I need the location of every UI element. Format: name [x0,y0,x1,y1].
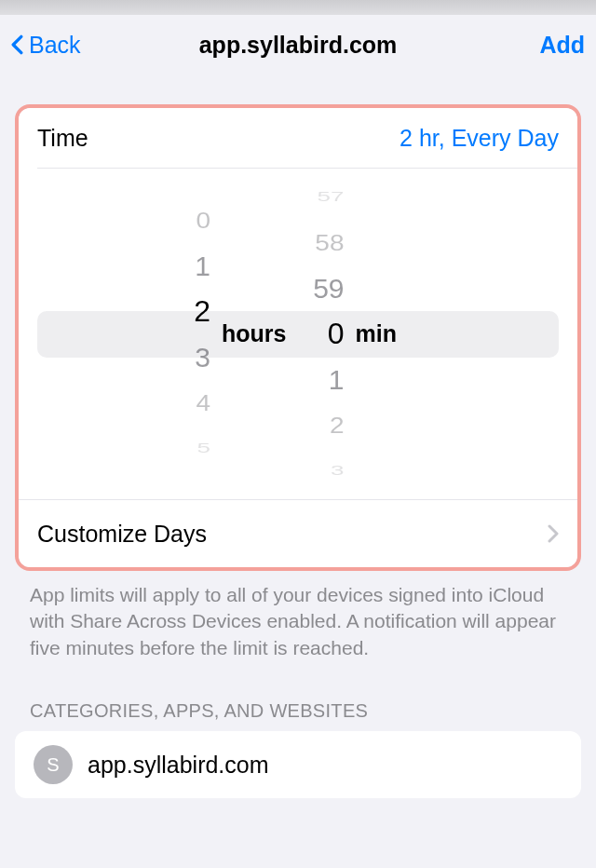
picker-item: 57 [318,184,345,210]
picker-item: 4 [196,383,210,422]
time-limit-card: Time 2 hr, Every Day 0 1 2 3 4 [15,104,581,571]
picker-item: 0 [196,200,210,239]
customize-days-label: Customize Days [37,521,207,548]
picker-item: 2 [330,406,345,445]
picker-item: 3 [195,334,210,380]
picker-item-selected: 0 [328,311,345,357]
app-name: app.syllabird.com [88,752,269,779]
picker-item: 1 [195,243,210,289]
chevron-right-icon [548,524,559,543]
picker-item: 59 [313,265,344,311]
picker-item-selected: 2 [194,289,210,334]
picker-item: 1 [329,357,345,402]
help-text: App limits will apply to all of your dev… [0,571,596,661]
sheet: Back app.syllabird.com Add Time 2 hr, Ev… [0,15,596,868]
app-list: S app.syllabird.com [15,731,581,798]
back-label: Back [29,32,81,59]
add-button[interactable]: Add [539,32,585,59]
nav-title: app.syllabird.com [199,32,398,58]
picker-item: 3 [331,458,344,483]
time-picker[interactable]: 0 1 2 3 4 5 hours 57 [19,169,577,499]
customize-days-row[interactable]: Customize Days [19,500,577,567]
time-row[interactable]: Time 2 hr, Every Day [19,108,577,168]
time-label: Time [37,125,88,152]
section-header: CATEGORIES, APPS, AND WEBSITES [0,661,596,731]
picker-item: 58 [315,224,344,263]
hours-column[interactable]: 0 1 2 3 4 5 hours [162,169,295,499]
chevron-left-icon [11,34,23,55]
minutes-unit: min [356,320,397,347]
back-button[interactable]: Back [11,32,114,59]
nav-bar: Back app.syllabird.com Add [0,15,596,75]
minutes-column[interactable]: 57 58 59 0 1 2 3 min [296,169,434,499]
time-value: 2 hr, Every Day [400,125,559,152]
app-icon: S [34,745,73,784]
list-item[interactable]: S app.syllabird.com [15,731,581,798]
background-shadow [0,0,596,15]
picker-item: 5 [197,436,210,461]
hours-unit: hours [222,320,286,347]
